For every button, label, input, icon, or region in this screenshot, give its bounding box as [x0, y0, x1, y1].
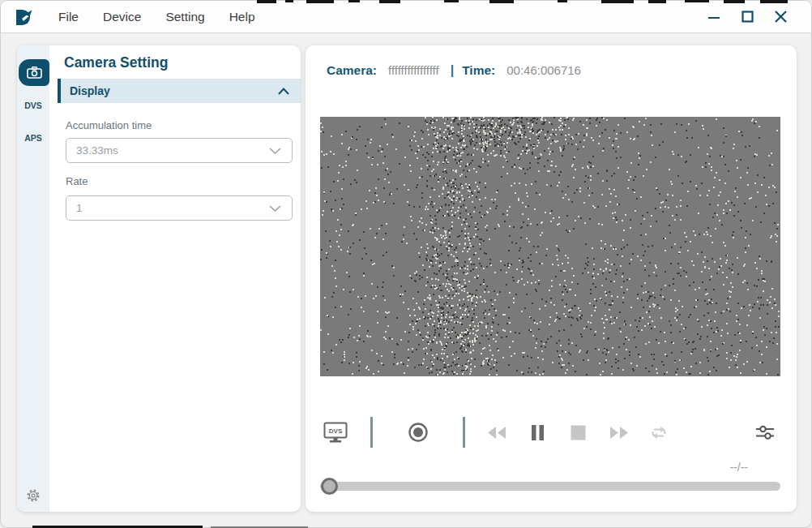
record-button[interactable]	[400, 417, 436, 448]
menu-help[interactable]: Help	[220, 5, 264, 29]
app-logo-icon	[13, 6, 34, 28]
fast-forward-button[interactable]	[601, 417, 637, 448]
accumulation-time-select[interactable]: 33.33ms	[66, 138, 293, 163]
sidebar: DVS APS	[17, 45, 49, 512]
rate-label: Rate	[66, 175, 88, 187]
window-controls	[705, 7, 811, 27]
playback-slider[interactable]	[320, 482, 780, 491]
viewer-card: Camera: ffffffffffffffff | Time: 00:46:0…	[306, 45, 797, 512]
gear-icon	[26, 488, 41, 503]
maximize-icon	[741, 10, 755, 24]
controls-divider	[463, 417, 465, 448]
camera-label: Camera:	[327, 63, 377, 78]
camera-icon	[27, 67, 42, 79]
menu-bar: File Device Setting Help	[1, 1, 811, 33]
maximize-button[interactable]	[738, 7, 758, 27]
sidebar-tab-dvs[interactable]: DVS	[17, 101, 49, 110]
controls-divider	[370, 417, 373, 448]
chevron-down-icon	[268, 147, 282, 155]
rate-value: 1	[76, 202, 83, 214]
minimize-icon	[707, 10, 722, 24]
tune-icon	[754, 423, 776, 441]
display-section-label: Display	[70, 84, 110, 97]
rewind-button[interactable]	[479, 417, 515, 448]
loop-icon	[649, 424, 669, 441]
app-window: File Device Setting Help	[0, 0, 812, 528]
accumulation-time-value: 33.33ms	[76, 144, 118, 157]
menu-device[interactable]: Device	[94, 5, 150, 29]
close-icon	[774, 10, 788, 24]
rate-select[interactable]: 1	[66, 195, 293, 221]
menu-file[interactable]: File	[49, 5, 88, 29]
pause-icon	[530, 424, 545, 441]
pause-button[interactable]	[519, 417, 555, 448]
time-value: 00:46:006716	[506, 63, 581, 77]
playback-slider-thumb[interactable]	[321, 478, 338, 495]
fast-forward-icon	[609, 426, 630, 440]
header-separator: |	[451, 63, 454, 78]
stop-button[interactable]	[560, 417, 596, 448]
minimize-button[interactable]	[705, 7, 724, 27]
stop-icon	[571, 425, 586, 440]
chevron-up-icon	[277, 87, 290, 96]
sidebar-tab-camera[interactable]	[19, 59, 49, 86]
frame-counter: --/--	[729, 461, 748, 474]
record-icon	[408, 422, 429, 443]
sidebar-tab-aps[interactable]: APS	[17, 133, 49, 143]
display-section-header[interactable]: Display	[58, 79, 301, 103]
settings-title: Camera Setting	[64, 54, 168, 71]
camera-id-value: ffffffffffffffff	[388, 63, 439, 77]
dvs-display-button[interactable]: DVS	[318, 417, 353, 448]
settings-gear-button[interactable]	[17, 488, 49, 503]
svg-text:DVS: DVS	[329, 427, 343, 435]
rewind-icon	[486, 426, 507, 440]
settings-card: DVS APS Camera Setting Display Accumulat…	[17, 45, 301, 512]
menu-setting[interactable]: Setting	[156, 5, 213, 29]
loop-button[interactable]	[641, 417, 677, 448]
viewer-header: Camera: ffffffffffffffff | Time: 00:46:0…	[327, 63, 581, 78]
close-button[interactable]	[771, 7, 791, 27]
dvs-video-frame	[320, 117, 780, 376]
time-label: Time:	[462, 63, 495, 78]
accumulation-time-label: Accumulation time	[66, 119, 152, 131]
dvs-monitor-icon: DVS	[323, 422, 348, 443]
tune-button[interactable]	[747, 417, 783, 448]
chevron-down-icon	[268, 204, 282, 212]
menu-items: File Device Setting Help	[49, 5, 264, 29]
